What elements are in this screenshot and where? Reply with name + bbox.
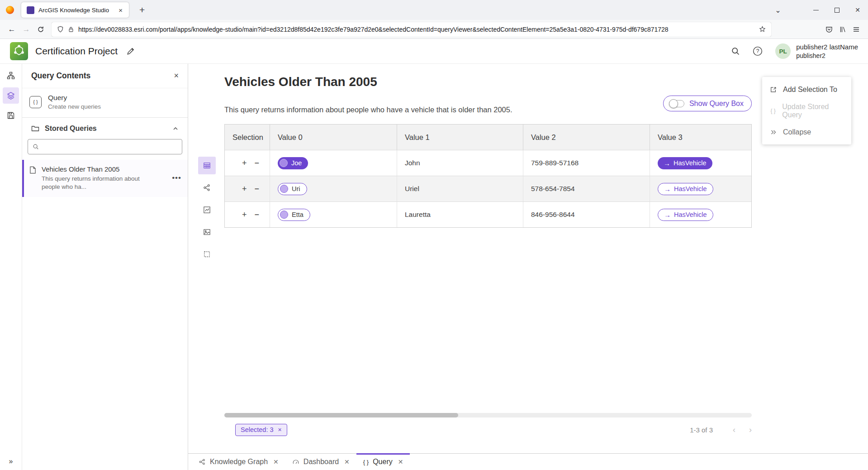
save-icon[interactable]: [3, 107, 19, 124]
show-query-box-toggle[interactable]: Show Query Box: [663, 96, 752, 111]
new-tab-button[interactable]: +: [135, 5, 149, 15]
entity-label: Uri: [292, 185, 300, 192]
new-query-item[interactable]: { } Query Create new queries: [22, 88, 188, 117]
tab-knowledge-graph[interactable]: Knowledge Graph ✕: [192, 454, 285, 470]
back-button[interactable]: ←: [5, 22, 19, 37]
pocket-icon[interactable]: [825, 26, 833, 33]
add-to-selection-icon[interactable]: +: [242, 211, 247, 219]
column-header-selection[interactable]: Selection: [225, 125, 270, 150]
chart-view-icon[interactable]: [198, 201, 216, 219]
menu-item-label: Update Stored Query: [782, 103, 844, 119]
stored-queries-search[interactable]: [28, 139, 182, 154]
window-close-button[interactable]: ✕: [847, 0, 868, 20]
stored-queries-section-header[interactable]: Stored Queries: [22, 118, 188, 138]
add-to-selection-icon[interactable]: +: [242, 159, 247, 167]
refresh-button[interactable]: [33, 22, 48, 37]
table-row[interactable]: + − Etta Lauretta 846-956-8644: [225, 201, 751, 227]
table-view-icon[interactable]: [198, 157, 216, 174]
remove-from-selection-icon[interactable]: −: [255, 185, 260, 193]
close-panel-icon[interactable]: ×: [174, 71, 179, 81]
menu-item-collapse[interactable]: Collapse: [762, 121, 851, 143]
window-maximize-button[interactable]: [826, 0, 847, 20]
tab-query[interactable]: { } Query ✕: [356, 454, 410, 470]
relationship-pill[interactable]: → HasVehicle: [658, 157, 712, 169]
column-header-value3[interactable]: Value 3: [650, 125, 751, 150]
table-row[interactable]: + − Uri Uriel 578-654-7854: [225, 176, 751, 201]
data-model-icon[interactable]: [3, 67, 19, 84]
library-icon[interactable]: [839, 26, 846, 33]
query-viewer: Vehicles Older Than 2005 This query retu…: [188, 64, 868, 470]
scrollbar-thumb[interactable]: [224, 413, 458, 417]
entity-dot-icon: [280, 211, 288, 219]
clear-selection-icon[interactable]: ×: [278, 426, 282, 433]
cell-value1[interactable]: John: [397, 150, 523, 176]
arrow-right-icon: →: [664, 211, 671, 219]
close-tab-icon[interactable]: ✕: [398, 458, 403, 465]
cell-value1[interactable]: Uriel: [397, 176, 523, 201]
menu-item-add-selection-to[interactable]: Add Selection To: [762, 79, 851, 100]
column-header-value2[interactable]: Value 2: [523, 125, 650, 150]
table-row[interactable]: + − Joe John 759-889-57168: [225, 150, 751, 176]
url-bar[interactable]: https://dev0028833.esri.com/portal/apps/…: [52, 22, 771, 37]
tab-close-icon[interactable]: ×: [116, 6, 125, 14]
tracking-protection-shield-icon[interactable]: [57, 26, 64, 33]
list-all-tabs-chevron-icon[interactable]: ⌄: [768, 0, 788, 20]
remove-from-selection-icon[interactable]: −: [255, 159, 260, 167]
url-text[interactable]: https://dev0028833.esri.com/portal/apps/…: [78, 26, 755, 33]
forward-button[interactable]: →: [19, 22, 33, 37]
help-icon[interactable]: ?: [753, 46, 763, 56]
left-rail: »: [0, 64, 22, 470]
item-options-kebab-icon[interactable]: •••: [172, 173, 181, 182]
window-minimize-button[interactable]: [806, 0, 826, 20]
close-tab-icon[interactable]: ✕: [344, 458, 350, 465]
contents-layers-icon[interactable]: [3, 87, 19, 104]
entity-pill[interactable]: Uri: [278, 183, 307, 195]
entity-pill[interactable]: Joe: [278, 157, 308, 169]
horizontal-scrollbar[interactable]: [224, 413, 752, 417]
column-header-value0[interactable]: Value 0: [270, 125, 397, 150]
arcgis-knowledge-logo: [10, 42, 28, 60]
app-header: Certification Project ? PL publisher2 la…: [0, 39, 868, 64]
user-info[interactable]: publisher2 lastName publisher2: [796, 43, 858, 60]
selected-count-chip[interactable]: Selected: 3 ×: [235, 424, 287, 436]
close-tab-icon[interactable]: ✕: [273, 458, 279, 465]
chevron-up-icon[interactable]: [172, 125, 179, 132]
browser-tab[interactable]: ArcGIS Knowledge Studio ×: [21, 2, 129, 18]
table-footer: Selected: 3 × 1-3 of 3 ‹ ›: [224, 423, 752, 436]
lock-icon[interactable]: [68, 26, 74, 33]
results-table: Selection Value 0 Value 1 Value 2 Value …: [224, 124, 752, 228]
expand-rail-chevrons-icon[interactable]: »: [0, 457, 22, 465]
cell-value1[interactable]: Lauretta: [397, 202, 523, 227]
search-icon: [33, 144, 39, 150]
remove-from-selection-icon[interactable]: −: [255, 211, 260, 219]
map-view-icon[interactable]: [198, 223, 216, 241]
bookmark-star-icon[interactable]: [759, 26, 766, 33]
stored-query-list-item[interactable]: Vehicles Older Than 2005 This query retu…: [22, 160, 188, 197]
panel-header: Query Contents ×: [22, 64, 188, 88]
edit-title-pencil-icon[interactable]: [127, 47, 135, 55]
stored-queries-search-input[interactable]: [43, 143, 177, 150]
cell-value2[interactable]: 578-654-7854: [523, 176, 650, 201]
selection-tool-icon[interactable]: [198, 245, 216, 263]
query-description: This query returns information about peo…: [224, 106, 512, 114]
column-header-value1[interactable]: Value 1: [397, 125, 523, 150]
cell-value2[interactable]: 846-956-8644: [523, 202, 650, 227]
project-title: Certification Project: [35, 46, 118, 57]
menu-hamburger-icon[interactable]: [853, 26, 860, 33]
relationship-pill[interactable]: → HasVehicle: [658, 209, 713, 221]
braces-icon: { }: [769, 108, 777, 114]
tab-label: Dashboard: [304, 458, 339, 466]
relationship-pill[interactable]: → HasVehicle: [658, 183, 713, 195]
next-page-chevron-icon[interactable]: ›: [749, 425, 752, 435]
toggle-switch[interactable]: [669, 100, 684, 107]
search-icon[interactable]: [731, 47, 740, 56]
user-avatar[interactable]: PL: [775, 43, 791, 59]
previous-page-chevron-icon[interactable]: ‹: [733, 425, 735, 435]
add-to-selection-icon[interactable]: +: [242, 185, 247, 193]
tab-dashboard[interactable]: Dashboard ✕: [285, 454, 356, 470]
graph-view-icon[interactable]: [198, 179, 216, 197]
cell-value2[interactable]: 759-889-57168: [523, 150, 650, 176]
firefox-icon[interactable]: [6, 6, 14, 14]
menu-item-update-stored-query[interactable]: { } Update Stored Query: [762, 100, 851, 121]
entity-pill[interactable]: Etta: [278, 209, 310, 221]
